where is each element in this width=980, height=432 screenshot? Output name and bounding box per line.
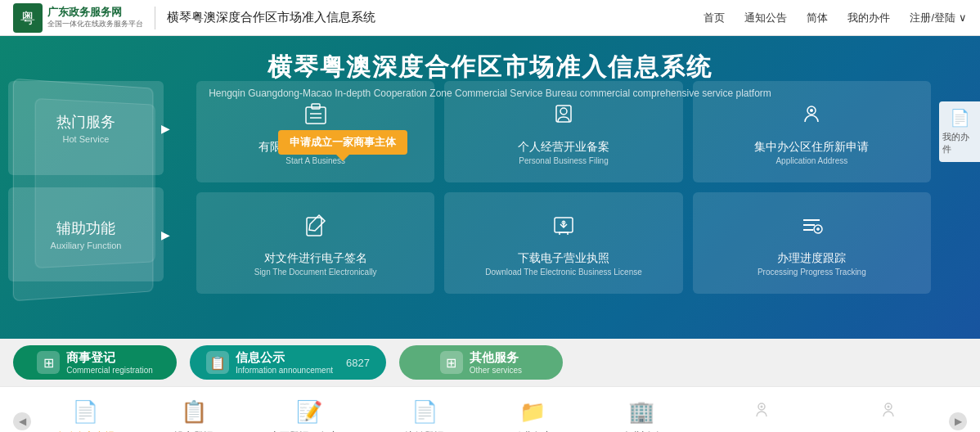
site-header: 粤 广东政务服务网 全国一体化在线政务服务平台 横琴粤澳深度合作区市场准入信息系…	[0, 0, 980, 36]
bottom-service-4[interactable]: 📁 歇业备案	[500, 399, 565, 432]
service-cn-1: 个人经营开业备案	[518, 140, 609, 155]
nav-home[interactable]: 首页	[704, 11, 725, 25]
tab-info-count: 6827	[346, 357, 370, 369]
site-title: 横琴粤澳深度合作区市场准入信息系统	[167, 10, 375, 25]
float-btn-icon: 📄	[950, 108, 970, 128]
bottom-service-1[interactable]: 📋 设立登记	[161, 399, 227, 432]
bottom-service-icon-3: 📄	[411, 399, 438, 425]
service-item-5[interactable]: 办理进度跟踪 Processing Progress Tracking	[693, 192, 931, 294]
service-cn-5: 办理进度跟踪	[777, 251, 846, 266]
tab-info-icon: 📋	[206, 351, 229, 374]
service-item-2[interactable]: 集中办公区住所新申请 Application Address	[693, 81, 931, 182]
service-icon-1	[549, 99, 578, 135]
hot-service-arrow: ▶	[161, 122, 170, 135]
service-item-1[interactable]: 个人经营开业备案 Personal Business Filing	[444, 81, 682, 182]
bottom-service-5[interactable]: 🏢 企业迁移	[609, 399, 674, 432]
logo-sub-text: 全国一体化在线政务服务平台	[47, 20, 143, 29]
float-btn-label: 我的办件	[942, 131, 977, 155]
logo: 粤 广东政务服务网 全国一体化在线政务服务平台	[13, 3, 143, 33]
tab-commercial-text: 商事登记 Commercial registration	[66, 350, 153, 375]
service-icon-5	[797, 210, 826, 246]
left-panel: 热门服务 Hot Service ▶ 辅助功能 Auxiliary Functi…	[0, 81, 180, 302]
bottom-service-0[interactable]: 📄 名称自主申报	[52, 399, 118, 432]
tab-other-cn: 其他服务	[470, 350, 522, 366]
header-divider	[155, 7, 155, 29]
hero-banner: 横琴粤澳深度合作区市场准入信息系统 Hengqin Guangdong-Maca…	[0, 36, 980, 339]
aux-function-title-en: Auxiliary Function	[51, 241, 122, 250]
svg-point-9	[810, 109, 813, 112]
bottom-service-6[interactable]: 集中办公区住所申请	[717, 398, 806, 432]
bottom-service-icon-7	[878, 398, 899, 425]
svg-point-20	[760, 406, 762, 408]
service-en-1: Personal Business Filing	[519, 156, 609, 165]
tooltip-bubble: 申请成立一家商事主体	[278, 130, 407, 155]
service-icon-0	[301, 99, 330, 135]
svg-rect-3	[312, 104, 320, 109]
aux-function-arrow: ▶	[161, 228, 170, 241]
hero-title-cn: 横琴粤澳深度合作区市场准入信息系统	[0, 51, 980, 84]
aux-function-card[interactable]: 辅助功能 Auxiliary Function ▶	[8, 187, 164, 281]
logo-main-text: 广东政务服务网	[47, 6, 143, 20]
logo-icon: 粤	[13, 3, 43, 33]
service-en-5: Processing Progress Tracking	[757, 268, 866, 277]
tab-commercial-cn: 商事登记	[66, 350, 153, 366]
bottom-services-list: 📄 名称自主申报 📋 设立登记 📝 变更登记（备案） 📄 注销登记 📁 歇业备案…	[31, 398, 949, 432]
my-office-float-btn[interactable]: 📄 我的办件	[939, 101, 980, 162]
svg-rect-2	[306, 107, 326, 124]
aux-function-title-cn: 辅助功能	[56, 218, 115, 238]
service-item-3[interactable]: 对文件进行电子签名 Sign The Document Electronical…	[196, 192, 434, 294]
service-cn-2: 集中办公区住所新申请	[754, 140, 869, 155]
tab-info-announcement[interactable]: 📋 信息公示 Information announcement 6827	[190, 345, 386, 380]
hot-service-title-en: Hot Service	[63, 134, 110, 144]
service-cn-4: 下载电子营业执照	[518, 251, 609, 266]
tab-commercial-icon: ⊞	[37, 351, 60, 374]
tab-other-services[interactable]: ⊞ 其他服务 Other services	[399, 345, 563, 380]
tab-commercial-registration[interactable]: ⊞ 商事登记 Commercial registration	[13, 345, 177, 380]
service-icon-3	[301, 210, 330, 246]
bottom-service-3[interactable]: 📄 注销登记	[392, 399, 457, 432]
bottom-service-icon-2: 📝	[296, 399, 322, 425]
tab-other-text: 其他服务 Other services	[470, 350, 522, 375]
service-en-4: Download The Electronic Business License	[485, 268, 642, 277]
prev-service-arrow[interactable]: ◀	[13, 412, 31, 430]
bottom-services-bar: ◀ 📄 名称自主申报 📋 设立登记 📝 变更登记（备案） 📄 注销登记 📁 歇业…	[0, 386, 980, 432]
svg-point-7	[560, 108, 567, 115]
bottom-service-2[interactable]: 📝 变更登记（备案）	[270, 399, 348, 432]
logo-text: 广东政务服务网 全国一体化在线政务服务平台	[47, 6, 143, 29]
bottom-service-icon-4: 📁	[519, 399, 546, 425]
service-cn-3: 对文件进行电子签名	[264, 251, 367, 266]
nav-myoffice[interactable]: 我的办件	[847, 11, 890, 25]
bottom-service-icon-5: 🏢	[628, 399, 654, 425]
nav-simple[interactable]: 简体	[807, 11, 828, 25]
tab-info-text: 信息公示 Information announcement	[236, 350, 333, 375]
tab-commercial-en: Commercial registration	[66, 366, 153, 375]
tab-info-cn: 信息公示	[236, 350, 333, 366]
main-nav: 首页 通知公告 简体 我的办件 注册/登陆 ∨	[704, 11, 967, 25]
next-service-arrow[interactable]: ▶	[949, 412, 967, 430]
service-en-2: Application Address	[775, 156, 847, 165]
hot-service-card[interactable]: 热门服务 Hot Service ▶	[8, 81, 164, 175]
service-icon-2	[797, 99, 826, 135]
tab-info-en: Information announcement	[236, 366, 333, 375]
hot-service-title-cn: 热门服务	[56, 112, 115, 132]
tab-other-en: Other services	[470, 366, 522, 375]
svg-text:粤: 粤	[20, 10, 35, 26]
service-grid: 有限责任公司设立登记 Start A Business 个人经营开业备案 Per…	[196, 81, 931, 294]
nav-notice[interactable]: 通知公告	[744, 11, 787, 25]
bottom-service-7[interactable]: 集联注册信息报备	[849, 398, 928, 432]
service-item-4[interactable]: 下载电子营业执照 Download The Electronic Busines…	[444, 192, 682, 294]
bottom-service-icon-6	[751, 398, 772, 425]
svg-point-22	[887, 406, 889, 408]
tab-section: ⊞ 商事登记 Commercial registration 📋 信息公示 In…	[0, 339, 980, 386]
bottom-service-icon-1: 📋	[181, 399, 207, 425]
service-icon-4	[549, 210, 578, 246]
tab-other-icon: ⊞	[440, 351, 463, 374]
login-button[interactable]: 注册/登陆 ∨	[910, 11, 967, 25]
service-en-3: Sign The Document Electronically	[254, 268, 377, 277]
bottom-service-icon-0: 📄	[72, 399, 98, 425]
